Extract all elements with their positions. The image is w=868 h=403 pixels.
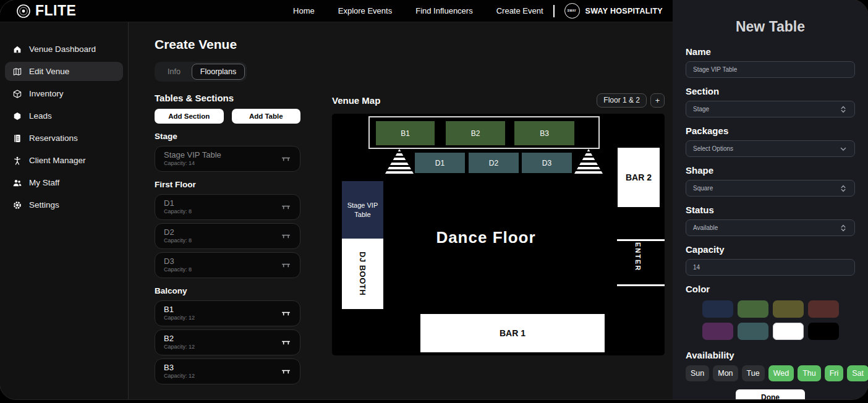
table-card-b3[interactable]: B3Capacity: 12	[155, 358, 300, 384]
color-swatch-4[interactable]	[808, 300, 839, 318]
table-capacity: Capacity: 8	[164, 266, 281, 273]
sidebar-item-label: Settings	[29, 200, 59, 210]
shape-select[interactable]: Square	[686, 180, 855, 197]
day-tue[interactable]: Tue	[742, 365, 765, 381]
select-value: Square	[693, 185, 839, 192]
done-button[interactable]: Done	[736, 389, 805, 399]
sidebar-item-settings[interactable]: Settings	[5, 195, 123, 214]
color-swatch-3[interactable]	[773, 300, 804, 318]
packages-select[interactable]: Select Options	[686, 140, 855, 157]
nav-link-create-event[interactable]: Create Event	[496, 6, 543, 15]
capacity-field[interactable]	[693, 264, 848, 271]
bar-2: BAR 2	[618, 148, 660, 207]
color-swatch-5[interactable]	[702, 323, 733, 340]
table-card-meta: D1Capacity: 8	[164, 199, 281, 214]
sidebar-item-leads[interactable]: Leads	[5, 106, 123, 125]
leads-icon	[12, 111, 22, 121]
map-table-b1[interactable]: B1	[376, 121, 435, 145]
color-swatch-6[interactable]	[738, 323, 768, 340]
panel-title: New Table	[686, 19, 855, 35]
home-icon	[12, 45, 22, 54]
table-capacity: Capacity: 8	[164, 237, 281, 244]
chevron-down-icon	[839, 145, 848, 153]
color-swatch-8[interactable]	[808, 323, 839, 340]
day-sun[interactable]: Sun	[686, 365, 709, 381]
sidebar-item-label: Leads	[29, 111, 52, 121]
select-value: Stage	[693, 106, 839, 112]
tab-info[interactable]: Info	[156, 64, 192, 80]
table-card-meta: B2Capacity: 12	[164, 334, 281, 350]
table-card-b2[interactable]: B2Capacity: 12	[155, 329, 300, 355]
table-card-d1[interactable]: D1Capacity: 8	[155, 194, 300, 220]
status-select[interactable]: Available	[686, 219, 855, 236]
color-swatches	[686, 300, 855, 340]
entrance-line-bottom	[617, 284, 665, 286]
section-heading: Stage	[155, 132, 300, 141]
settings-icon	[12, 200, 22, 210]
sidebar-item-venue-dashboard[interactable]: Venue Dashboard	[5, 40, 123, 59]
map-table-b2[interactable]: B2	[446, 121, 505, 145]
brand-logo[interactable]: FLITE	[16, 2, 76, 19]
nav-links: HomeExplore EventsFind InfluencersCreate…	[293, 6, 543, 15]
dj-booth: DJ BOOTH	[342, 239, 383, 309]
table-card-b1[interactable]: B1Capacity: 12	[155, 300, 300, 326]
bar-1: BAR 1	[420, 314, 605, 352]
packages-label: Packages	[686, 125, 855, 136]
add-floor-button[interactable]: +	[650, 93, 665, 108]
inventory-icon	[12, 89, 22, 99]
add-table-button[interactable]: Add Table	[232, 109, 301, 124]
name-field[interactable]	[693, 66, 848, 73]
table-card-stage-vip-table[interactable]: Stage VIP TableCapacity: 14	[155, 146, 300, 172]
updown-icon	[839, 224, 848, 232]
table-card-d3[interactable]: D3Capacity: 8	[155, 252, 300, 278]
table-name: B2	[164, 334, 281, 344]
nav-link-explore-events[interactable]: Explore Events	[338, 6, 392, 15]
sidebar-item-label: Inventory	[29, 89, 64, 98]
sections-list: StageStage VIP TableCapacity: 14First Fl…	[155, 132, 300, 384]
add-section-button[interactable]: Add Section	[155, 109, 224, 124]
shape-label: Shape	[686, 165, 855, 176]
color-swatch-1[interactable]	[702, 300, 733, 318]
map-table-d1[interactable]: D1	[415, 153, 465, 173]
color-swatch-2[interactable]	[738, 300, 768, 318]
day-sat[interactable]: Sat	[847, 365, 868, 381]
nav-link-find-influencers[interactable]: Find Influencers	[415, 6, 473, 15]
day-thu[interactable]: Thu	[798, 365, 821, 381]
map-table-d2[interactable]: D2	[469, 153, 519, 173]
table-name: B1	[164, 305, 281, 315]
sidebar-item-reservations[interactable]: Reservations	[5, 129, 123, 148]
table-icon	[281, 154, 291, 164]
sidebar-item-my-staff[interactable]: My Staff	[5, 173, 123, 192]
nav-link-home[interactable]: Home	[293, 6, 315, 15]
color-swatch-7[interactable]	[773, 323, 804, 340]
tab-bar: InfoFloorplans	[155, 62, 247, 82]
day-wed[interactable]: Wed	[768, 365, 794, 381]
sidebar-item-edit-venue[interactable]: Edit Venue	[5, 62, 123, 81]
reservations-icon	[12, 134, 22, 143]
vinyl-record-icon	[16, 4, 31, 19]
map-table-b3[interactable]: B3	[514, 121, 574, 145]
table-card-meta: Stage VIP TableCapacity: 14	[164, 151, 281, 166]
sidebar-item-client-manager[interactable]: Client Manager	[5, 151, 123, 170]
map-table-d3[interactable]: D3	[522, 153, 572, 173]
sidebar-item-inventory[interactable]: Inventory	[5, 84, 123, 103]
new-table-panel: New Table NameSectionStagePackagesSelect…	[673, 0, 868, 399]
account-menu[interactable]: SWAY SWAY HOSPITALITY	[564, 3, 663, 19]
sidebar: Venue DashboardEdit VenueInventoryLeadsR…	[0, 22, 129, 399]
name-input[interactable]	[686, 61, 855, 78]
day-mon[interactable]: Mon	[713, 365, 738, 381]
table-capacity: Capacity: 8	[164, 208, 281, 214]
section-select[interactable]: Stage	[686, 101, 855, 117]
table-capacity: Capacity: 12	[164, 315, 281, 321]
client-manager-icon	[12, 156, 22, 166]
capacity-input[interactable]	[686, 259, 855, 276]
table-card-meta: B3Capacity: 12	[164, 363, 281, 379]
updown-icon	[839, 184, 848, 193]
tab-floorplans[interactable]: Floorplans	[192, 64, 245, 80]
floor-selector[interactable]: Floor 1 & 2	[597, 93, 647, 108]
section-table-buttons: Add SectionAdd Table	[155, 109, 300, 124]
day-fri[interactable]: Fri	[825, 365, 844, 381]
availability-label: Availability	[686, 350, 855, 360]
table-card-d2[interactable]: D2Capacity: 8	[155, 223, 300, 249]
sidebar-item-label: My Staff	[29, 178, 59, 187]
